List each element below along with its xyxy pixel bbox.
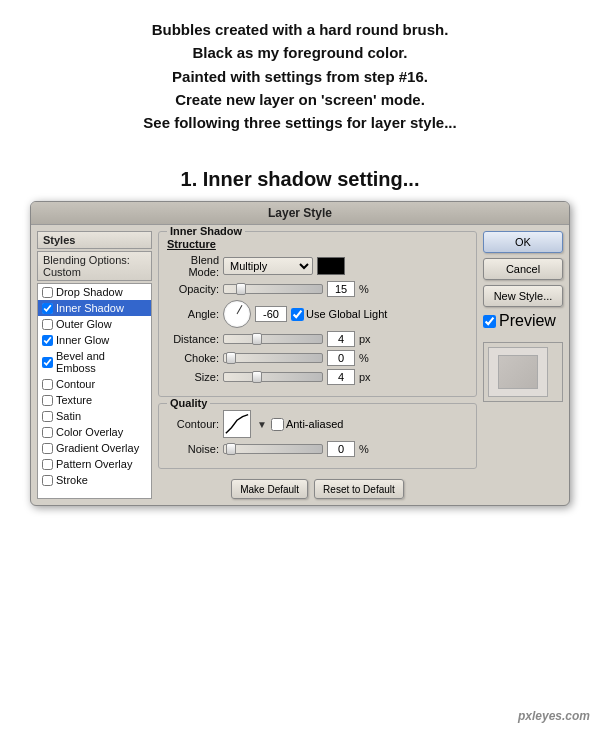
blend-mode-select[interactable]: Multiply xyxy=(223,257,313,275)
choke-row: Choke: % xyxy=(167,350,468,366)
style-item-satin[interactable]: Satin xyxy=(38,408,151,424)
label-texture: Texture xyxy=(56,394,92,406)
label-pattern-overlay: Pattern Overlay xyxy=(56,458,132,470)
inner-shadow-section: Inner Shadow Structure Blend Mode: Multi… xyxy=(158,231,477,397)
label-gradient-overlay: Gradient Overlay xyxy=(56,442,139,454)
anti-alias-checkbox[interactable] xyxy=(271,418,284,431)
instruction-line5: See following three settings for layer s… xyxy=(40,111,560,134)
angle-dial[interactable] xyxy=(223,300,251,328)
checkbox-outer-glow[interactable] xyxy=(42,319,53,330)
distance-slider[interactable] xyxy=(223,334,323,344)
distance-unit: px xyxy=(359,333,371,345)
preview-checkbox[interactable] xyxy=(483,315,496,328)
buttons-panel: OK Cancel New Style... Preview xyxy=(483,231,563,499)
style-item-stroke[interactable]: Stroke xyxy=(38,472,151,488)
style-item-drop-shadow[interactable]: Drop Shadow xyxy=(38,284,151,300)
blend-options-row[interactable]: Blending Options: Custom xyxy=(37,251,152,281)
distance-thumb[interactable] xyxy=(252,333,262,345)
make-default-button[interactable]: Make Default xyxy=(231,479,308,499)
checkbox-inner-glow[interactable] xyxy=(42,335,53,346)
global-light-checkbox[interactable] xyxy=(291,308,304,321)
checkbox-contour[interactable] xyxy=(42,379,53,390)
size-slider[interactable] xyxy=(223,372,323,382)
middle-panel: Inner Shadow Structure Blend Mode: Multi… xyxy=(158,231,477,499)
opacity-thumb[interactable] xyxy=(236,283,246,295)
cancel-button[interactable]: Cancel xyxy=(483,258,563,280)
label-outer-glow: Outer Glow xyxy=(56,318,112,330)
choke-label: Choke: xyxy=(167,352,219,364)
style-item-texture[interactable]: Texture xyxy=(38,392,151,408)
contour-label: Contour: xyxy=(167,418,219,430)
opacity-slider[interactable] xyxy=(223,284,323,294)
label-stroke: Stroke xyxy=(56,474,88,486)
global-light-check[interactable]: Use Global Light xyxy=(291,308,387,321)
angle-input[interactable] xyxy=(255,306,287,322)
quality-title: Quality xyxy=(167,397,210,409)
size-thumb[interactable] xyxy=(252,371,262,383)
noise-thumb[interactable] xyxy=(226,443,236,455)
angle-label: Angle: xyxy=(167,308,219,320)
choke-slider[interactable] xyxy=(223,353,323,363)
color-swatch[interactable] xyxy=(317,257,345,275)
checkbox-color-overlay[interactable] xyxy=(42,427,53,438)
preview-text: Preview xyxy=(499,312,556,330)
preview-area xyxy=(483,342,563,402)
anti-alias-label: Anti-aliased xyxy=(286,418,343,430)
choke-thumb[interactable] xyxy=(226,352,236,364)
contour-row: Contour: ▼ Anti-aliased xyxy=(167,410,468,438)
checkbox-bevel-emboss[interactable] xyxy=(42,357,53,368)
checkbox-drop-shadow[interactable] xyxy=(42,287,53,298)
instruction-line2: Black as my foreground color. xyxy=(40,41,560,64)
style-item-pattern-overlay[interactable]: Pattern Overlay xyxy=(38,456,151,472)
checkbox-pattern-overlay[interactable] xyxy=(42,459,53,470)
choke-input[interactable] xyxy=(327,350,355,366)
label-contour: Contour xyxy=(56,378,95,390)
checkbox-texture[interactable] xyxy=(42,395,53,406)
style-item-bevel-emboss[interactable]: Bevel and Emboss xyxy=(38,348,151,376)
reset-default-button[interactable]: Reset to Default xyxy=(314,479,404,499)
dialog-titlebar: Layer Style xyxy=(31,202,569,225)
style-item-outer-glow[interactable]: Outer Glow xyxy=(38,316,151,332)
label-drop-shadow: Drop Shadow xyxy=(56,286,123,298)
noise-unit: % xyxy=(359,443,369,455)
style-item-contour[interactable]: Contour xyxy=(38,376,151,392)
checkbox-gradient-overlay[interactable] xyxy=(42,443,53,454)
choke-unit: % xyxy=(359,352,369,364)
distance-label: Distance: xyxy=(167,333,219,345)
instruction-line1: Bubbles created with a hard round brush. xyxy=(40,18,560,41)
contour-down-arrow[interactable]: ▼ xyxy=(257,419,267,430)
styles-panel: Styles Blending Options: Custom Drop Sha… xyxy=(37,231,152,499)
opacity-input[interactable] xyxy=(327,281,355,297)
opacity-unit: % xyxy=(359,283,369,295)
ok-button[interactable]: OK xyxy=(483,231,563,253)
blend-mode-row: Blend Mode: Multiply xyxy=(167,254,468,278)
instruction-line3: Painted with settings from step #16. xyxy=(40,65,560,88)
bottom-buttons: Make Default Reset to Default xyxy=(158,479,477,499)
distance-input[interactable] xyxy=(327,331,355,347)
noise-slider[interactable] xyxy=(223,444,323,454)
new-style-button[interactable]: New Style... xyxy=(483,285,563,307)
contour-thumbnail[interactable] xyxy=(223,410,251,438)
label-inner-glow: Inner Glow xyxy=(56,334,109,346)
noise-input[interactable] xyxy=(327,441,355,457)
checkbox-stroke[interactable] xyxy=(42,475,53,486)
dial-line xyxy=(237,305,243,314)
watermark: pxleyes.com xyxy=(518,709,590,723)
label-inner-shadow: Inner Shadow xyxy=(56,302,124,314)
styles-list: Drop ShadowInner ShadowOuter GlowInner G… xyxy=(37,283,152,499)
style-item-inner-glow[interactable]: Inner Glow xyxy=(38,332,151,348)
angle-row: Angle: Use Global Light xyxy=(167,300,468,328)
styles-header: Styles xyxy=(37,231,152,249)
global-light-label: Use Global Light xyxy=(306,308,387,320)
checkbox-inner-shadow[interactable] xyxy=(42,303,53,314)
style-item-inner-shadow[interactable]: Inner Shadow xyxy=(38,300,151,316)
size-input[interactable] xyxy=(327,369,355,385)
checkbox-satin[interactable] xyxy=(42,411,53,422)
inner-shadow-title: Inner Shadow xyxy=(167,225,245,237)
preview-inner xyxy=(498,355,538,389)
style-item-gradient-overlay[interactable]: Gradient Overlay xyxy=(38,440,151,456)
noise-row: Noise: % xyxy=(167,441,468,457)
preview-box xyxy=(488,347,548,397)
anti-alias-check[interactable]: Anti-aliased xyxy=(271,418,343,431)
style-item-color-overlay[interactable]: Color Overlay xyxy=(38,424,151,440)
